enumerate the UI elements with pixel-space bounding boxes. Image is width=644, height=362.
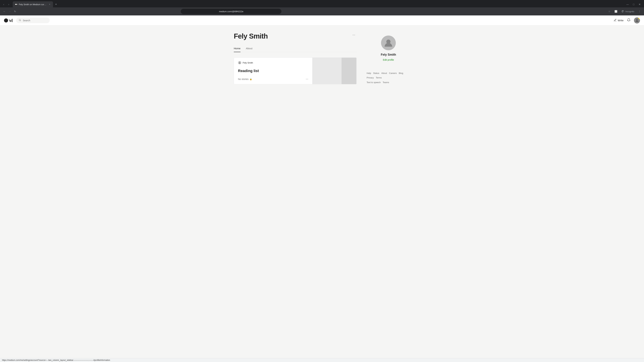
site-nav: Search Write [0, 15, 644, 25]
card-author-avatar [238, 61, 241, 64]
card-more-button[interactable]: ··· [306, 77, 308, 81]
footer-link-about[interactable]: About [381, 71, 387, 75]
footer-link-help[interactable]: Help [366, 71, 371, 75]
card-image-2 [342, 58, 356, 84]
card-bottom: No stories 🔒 ··· [238, 77, 308, 81]
tab-bar: ‹ › Fely Smith on Medium curated × + — □… [0, 0, 644, 7]
svg-point-0 [15, 4, 16, 5]
write-icon [614, 18, 617, 22]
incognito-label: Incognito [626, 10, 634, 13]
main-layout: Fely Smith ··· Home About [230, 25, 414, 91]
bookmark-star-button[interactable]: ☆ [607, 9, 612, 13]
tab-back-arrow[interactable]: ‹ [1, 2, 6, 7]
incognito-button[interactable]: Incognito [620, 9, 636, 13]
window-controls: — □ ✕ [626, 3, 643, 6]
card-author-name: Fely Smith [243, 61, 253, 64]
layout-button[interactable]: ⬜ [613, 9, 619, 13]
status-bar-url: https://medium.com/me/settings/account?s… [2, 359, 110, 361]
search-box[interactable]: Search [16, 17, 50, 23]
footer-link-tts[interactable]: Text to speech [366, 80, 381, 84]
footer-link-teams[interactable]: Teams [383, 80, 389, 84]
svg-rect-4 [12, 19, 12, 22]
medium-logo[interactable] [4, 18, 14, 23]
tab-nav-left: ‹ › [1, 2, 11, 7]
card-author: Fely Smith [238, 61, 308, 64]
edit-profile-button[interactable]: Edit profile [383, 58, 394, 61]
cards-area: Fely Smith Reading list No stories 🔒 ··· [234, 57, 356, 84]
svg-point-7 [636, 19, 638, 20]
notification-button[interactable] [627, 18, 630, 23]
nav-right: Write ✦ [614, 17, 640, 23]
footer-links-row-2: Text to speech Teams [366, 80, 410, 84]
svg-point-3 [4, 18, 8, 22]
card-left: Fely Smith Reading list No stories 🔒 ··· [234, 58, 312, 84]
profile-tabs: Home About [234, 47, 356, 52]
no-stories-label: No stories [238, 78, 248, 80]
content-area: Fely Smith ··· Home About [234, 32, 356, 84]
footer-links: Help Status About Careers Blog Privacy T… [366, 71, 410, 84]
tab-home[interactable]: Home [234, 47, 240, 52]
svg-point-8 [239, 62, 240, 63]
footer-link-status[interactable]: Status [373, 71, 379, 75]
no-stories: No stories 🔒 [238, 78, 252, 80]
write-label: Write [618, 19, 624, 22]
sidebar-profile: Fely Smith Edit profile [366, 32, 410, 61]
reading-list-card: Fely Smith Reading list No stories 🔒 ··· [234, 57, 356, 84]
tab-forward-arrow[interactable]: › [6, 2, 11, 7]
card-image-1 [312, 58, 342, 84]
svg-point-1 [16, 4, 17, 5]
card-title: Reading list [238, 69, 308, 73]
profile-header: Fely Smith ··· [234, 32, 356, 40]
tab-title: Fely Smith on Medium curated [19, 3, 47, 6]
new-tab-button[interactable]: + [54, 2, 58, 7]
reload-button[interactable]: ↻ [13, 9, 18, 14]
search-icon [19, 19, 21, 22]
maximize-button[interactable]: □ [632, 3, 635, 6]
address-right-controls: ☆ ⬜ Incognito ⋮ [607, 9, 642, 13]
browser-menu-button[interactable]: ⋮ [637, 9, 642, 13]
footer-link-terms[interactable]: Terms [376, 76, 382, 80]
write-button[interactable]: Write [614, 18, 624, 22]
footer-link-blog[interactable]: Blog [399, 71, 403, 75]
url-bar[interactable]: medium.com/@89f4222e [181, 9, 282, 14]
sidebar-area: Fely Smith Edit profile Help Status Abou… [366, 32, 410, 84]
sidebar-avatar [381, 35, 396, 50]
browser-chrome: ‹ › Fely Smith on Medium curated × + — □… [0, 0, 644, 15]
profile-name: Fely Smith [234, 32, 268, 40]
card-right [312, 58, 356, 84]
address-nav: ← → ↻ [2, 9, 18, 14]
sidebar-name: Fely Smith [381, 53, 396, 56]
back-button[interactable]: ← [2, 9, 7, 14]
avatar-plus-badge: ✦ [638, 17, 640, 19]
tab-about[interactable]: About [246, 47, 252, 52]
url-text: medium.com/@89f4222e [183, 10, 279, 13]
lock-icon: 🔒 [250, 78, 252, 80]
page-wrapper: Search Write [0, 15, 644, 362]
footer-links-row-1: Help Status About Careers Blog Privacy T… [366, 71, 410, 80]
svg-line-6 [20, 21, 21, 21]
address-bar: ← → ↻ medium.com/@89f4222e ☆ ⬜ Incognito… [0, 7, 644, 15]
close-window-button[interactable]: ✕ [638, 3, 641, 6]
status-bar: https://medium.com/me/settings/account?s… [0, 358, 644, 362]
minimize-button[interactable]: — [626, 3, 629, 6]
footer-link-privacy[interactable]: Privacy [366, 76, 374, 80]
footer-link-careers[interactable]: Careers [389, 71, 397, 75]
active-tab[interactable]: Fely Smith on Medium curated × [13, 1, 53, 7]
tab-close-button[interactable]: × [48, 3, 51, 6]
search-placeholder: Search [23, 19, 30, 22]
svg-point-5 [19, 19, 21, 21]
profile-more-button[interactable]: ··· [351, 32, 356, 37]
forward-button[interactable]: → [8, 9, 12, 14]
user-avatar-button[interactable]: ✦ [634, 17, 640, 23]
tab-favicon [15, 3, 18, 6]
